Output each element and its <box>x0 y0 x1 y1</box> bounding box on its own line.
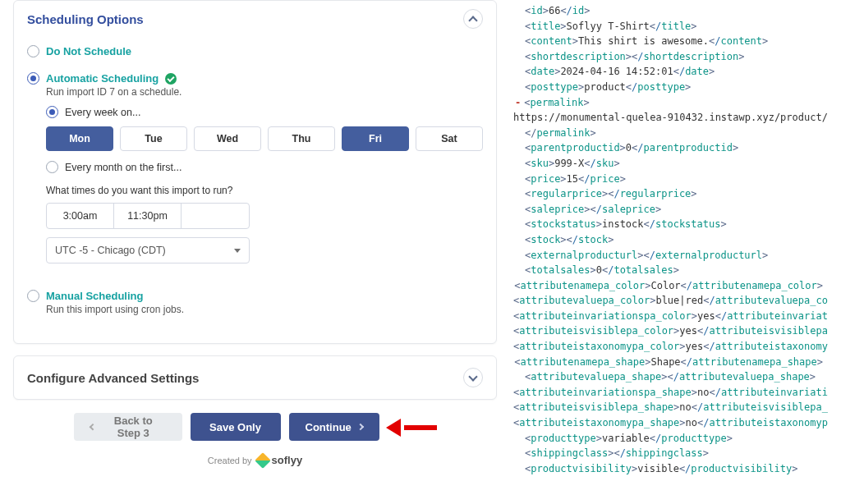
xml-node-content: <content>This shirt is awesome.</content… <box>513 34 823 49</box>
radio-icon <box>27 45 39 57</box>
advanced-settings-title: Configure Advanced Settings <box>27 371 199 385</box>
xml-node-shippingclass: <shippingclass></shippingclass> <box>513 446 823 461</box>
xml-node-totalsales: <totalsales>0</totalsales> <box>513 263 823 278</box>
collapse-scheduling-button[interactable] <box>463 9 483 29</box>
verified-icon <box>165 73 177 85</box>
brand-name: soflyy <box>272 454 303 466</box>
footer-actions: Back to Step 3 Save Only Continue <box>13 413 497 441</box>
times-row: 3:00am11:30pm <box>46 203 250 229</box>
xml-node-producttype: <producttype>variable</producttype> <box>513 431 823 447</box>
timezone-value: UTC -5 - Chicago (CDT) <box>55 245 166 256</box>
xml-node-attributenamepa_color: <attributenamepa_color>Color</attributen… <box>513 278 823 294</box>
xml-node-price: <price>15</price> <box>513 172 823 187</box>
manual-scheduling-label: Manual Scheduling <box>46 290 143 302</box>
xml-node-regularprice: <regularprice></regularprice> <box>513 186 823 202</box>
day-button-tue[interactable]: Tue <box>120 126 187 151</box>
radio-icon <box>27 72 39 85</box>
day-button-mon[interactable]: Mon <box>46 126 113 151</box>
brand-logo[interactable]: soflyy <box>257 454 303 466</box>
day-button-thu[interactable]: Thu <box>268 126 335 151</box>
option-automatic-scheduling[interactable]: Automatic Scheduling <box>27 72 483 85</box>
option-every-month[interactable]: Every month on the first... <box>46 161 483 173</box>
xml-node-stock: <stock></stock> <box>513 232 823 248</box>
day-button-fri[interactable]: Fri <box>342 126 409 151</box>
times-question: What times do you want this import to ru… <box>46 185 483 196</box>
callout-arrow-icon <box>388 419 437 435</box>
do-not-schedule-label: Do Not Schedule <box>46 45 131 57</box>
xml-node-attributeinvariationspa_shape: <attributeinvariationspa_shape>no</attri… <box>513 385 823 401</box>
back-button[interactable]: Back to Step 3 <box>74 413 182 441</box>
xml-node-posttype: <posttype>product</posttype> <box>513 80 823 95</box>
xml-node-title: <title>Soflyy T-Shirt</title> <box>513 19 823 34</box>
continue-button[interactable]: Continue <box>289 413 379 441</box>
expand-advanced-button[interactable] <box>463 368 483 387</box>
created-by-row: Created by soflyy <box>13 454 497 466</box>
xml-node-attributenamepa_shape: <attributenamepa_shape>Shape</attributen… <box>513 355 823 370</box>
chevron-left-icon <box>89 424 95 430</box>
xml-node-shortdescription: <shortdescription></shortdescription> <box>513 49 823 65</box>
advanced-settings-card[interactable]: Configure Advanced Settings <box>13 355 497 400</box>
every-month-label: Every month on the first... <box>65 162 182 173</box>
day-button-sat[interactable]: Sat <box>416 126 483 151</box>
automatic-scheduling-desc: Run import ID 7 on a schedule. <box>46 86 483 98</box>
xml-node-sku: <sku>999-X</sku> <box>513 156 823 172</box>
automatic-scheduling-label: Automatic Scheduling <box>46 72 159 85</box>
time-slot-0[interactable]: 3:00am <box>47 204 114 228</box>
radio-icon <box>46 106 58 118</box>
created-by-label: Created by <box>208 456 252 465</box>
xml-node-stockstatus: <stockstatus>instock</stockstatus> <box>513 217 823 232</box>
option-manual-scheduling[interactable]: Manual Scheduling <box>27 290 483 302</box>
timezone-select[interactable]: UTC -5 - Chicago (CDT) <box>46 237 250 263</box>
continue-label: Continue <box>306 421 352 433</box>
day-button-wed[interactable]: Wed <box>194 126 261 151</box>
xml-node-attributeistaxonomypa_color: <attributeistaxonomypa_color>yes</attrib… <box>513 339 823 355</box>
chevron-up-icon <box>468 16 477 25</box>
xml-node-saleprice: <saleprice></saleprice> <box>513 202 823 218</box>
option-do-not-schedule[interactable]: Do Not Schedule <box>27 45 483 57</box>
xml-node-attributeisvisiblepa_shape: <attributeisvisiblepa_shape>no</attribut… <box>513 400 823 415</box>
chevron-down-icon <box>468 372 477 381</box>
xml-node-attributeistaxonomypa_shape: <attributeistaxonomypa_shape>no</attribu… <box>513 415 823 431</box>
save-only-label: Save Only <box>209 421 261 433</box>
scheduling-options-title: Scheduling Options <box>27 12 144 26</box>
xml-preview: <id>66</id><title>Soflyy T-Shirt</title>… <box>513 3 823 476</box>
xml-node-attributevaluepa_shape: <attributevaluepa_shape></attributevalue… <box>513 369 823 385</box>
xml-node-attributevaluepa_color: <attributevaluepa_color>blue|red</attrib… <box>513 293 823 309</box>
manual-scheduling-desc: Run this import using cron jobs. <box>46 304 483 315</box>
xml-node-parentproductid: <parentproductid>0</parentproductid> <box>513 140 823 156</box>
chevron-right-icon <box>357 424 364 430</box>
days-row: MonTueWedThuFriSat <box>46 126 483 151</box>
xml-node-date: <date>2024-04-16 14:52:01</date> <box>513 64 823 80</box>
xml-node-productvisibility: <productvisibility>visible</productvisib… <box>513 461 823 477</box>
radio-icon <box>27 290 39 302</box>
logo-icon <box>255 452 271 469</box>
radio-icon <box>46 161 58 173</box>
dropdown-icon <box>234 249 241 253</box>
back-label: Back to Step 3 <box>101 415 166 439</box>
scheduling-options-card: Scheduling Options Do Not Schedule Autom… <box>13 0 497 344</box>
time-slot-1[interactable]: 11:30pm <box>114 204 182 228</box>
xml-node-attributeinvariationspa_color: <attributeinvariationspa_color>yes</attr… <box>513 309 823 324</box>
save-only-button[interactable]: Save Only <box>191 413 281 441</box>
option-every-week[interactable]: Every week on... <box>46 106 483 118</box>
xml-node-attributeisvisiblepa_color: <attributeisvisiblepa_color>yes</attribu… <box>513 323 823 339</box>
xml-node-externalproducturl: <externalproducturl></externalproducturl… <box>513 248 823 263</box>
xml-node-id: <id>66</id> <box>513 3 823 19</box>
time-slot-2[interactable] <box>182 204 249 228</box>
every-week-label: Every week on... <box>65 107 140 118</box>
